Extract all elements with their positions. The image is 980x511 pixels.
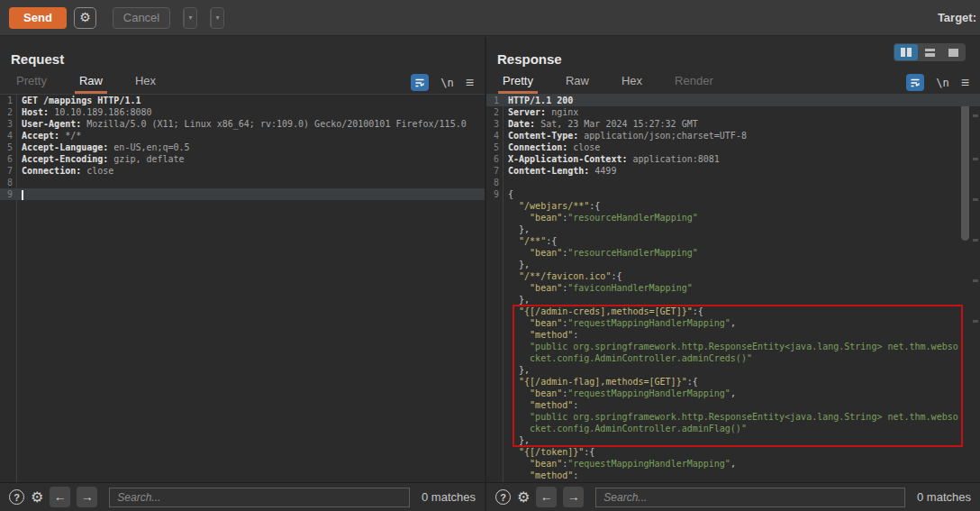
line-number: 7	[0, 165, 13, 177]
code-line: 9	[0, 188, 485, 200]
line-number: 8	[0, 177, 13, 188]
tab-raw[interactable]: Raw	[75, 74, 107, 94]
target-label: Target:	[938, 11, 976, 24]
next-request-dropdown-icon[interactable]: ▾	[211, 8, 223, 28]
wrap-toggle-icon[interactable]	[906, 74, 924, 91]
code-line: "bean":"requestMappingHandlerMapping",	[486, 388, 980, 399]
next-request-split-button: > ▾	[210, 7, 224, 29]
code-line: cket.config.AdminController.adminCreds()…	[486, 352, 980, 364]
line-number: 6	[0, 153, 13, 165]
code-line: 7Connection: close	[0, 165, 485, 177]
request-panel-title: Request	[11, 51, 64, 67]
layout-selector	[894, 43, 966, 61]
tab-hex[interactable]: Hex	[131, 74, 160, 94]
search-help-icon[interactable]: ?	[495, 489, 511, 505]
search-settings-icon[interactable]: ⚙	[517, 488, 530, 506]
code-line: "{[/token]}":{	[486, 446, 980, 458]
search-next-button[interactable]: →	[563, 487, 584, 507]
code-line: 6Accept-Encoding: gzip, deflate	[0, 153, 485, 165]
line-number: 2	[486, 106, 499, 118]
code-line: "method":	[486, 399, 980, 411]
code-line: "{[/admin-flag],methods=[GET]}":{	[486, 376, 980, 388]
line-number: 8	[486, 177, 499, 188]
code-line: "bean":"resourceHandlerMapping"	[486, 247, 980, 259]
code-line: 5Connection: close	[486, 141, 980, 153]
editor-menu-icon[interactable]: ≡	[961, 76, 969, 90]
code-line: cket.config.AdminController.adminFlag()"	[486, 423, 980, 434]
code-line: },	[486, 364, 980, 376]
request-editor[interactable]: 1GET /mappings HTTP/1.12Host: 10.10.189.…	[0, 95, 485, 482]
line-number: 6	[486, 153, 499, 165]
prev-request-split-button: < ▾	[183, 7, 197, 29]
line-number: 9	[0, 188, 13, 200]
send-settings-gear-icon[interactable]: ⚙	[74, 7, 96, 29]
send-button[interactable]: Send	[9, 7, 67, 29]
search-prev-button[interactable]: ←	[50, 487, 70, 507]
code-line: },	[486, 259, 980, 270]
search-settings-icon[interactable]: ⚙	[31, 488, 43, 506]
response-search-input[interactable]	[595, 488, 905, 507]
response-panel-title: Response	[497, 51, 562, 67]
wrap-toggle-icon[interactable]	[411, 74, 429, 91]
code-line: "bean":"requestMappingHandlerMapping",	[486, 317, 980, 329]
code-line: 6X-Application-Context: application:8081	[486, 153, 980, 165]
line-number: 7	[486, 165, 499, 177]
code-line: 3User-Agent: Mozilla/5.0 (X11; Linux x86…	[0, 118, 485, 130]
tab-raw[interactable]: Raw	[561, 74, 594, 94]
code-line: "{[/admin-creds],methods=[GET]}":{	[486, 306, 980, 317]
response-editor[interactable]: 1HTTP/1.1 2002Server: nginx3Date: Sat, 2…	[486, 95, 980, 482]
search-help-icon[interactable]: ?	[9, 489, 24, 505]
code-line: "/**":{	[486, 235, 980, 247]
line-number: 4	[486, 130, 499, 141]
code-line: "/webjars/**":{	[486, 200, 980, 212]
editor-menu-icon[interactable]: ≡	[466, 76, 474, 90]
line-number: 2	[0, 106, 13, 118]
tab-pretty[interactable]: Pretty	[12, 74, 51, 94]
code-line: },	[486, 224, 980, 235]
code-line: 5Accept-Language: en-US,en;q=0.5	[0, 141, 485, 153]
top-toolbar: Send ⚙ Cancel < ▾ > ▾ Target:	[0, 0, 980, 36]
prev-request-dropdown-icon[interactable]: ▾	[184, 8, 196, 28]
line-number: 1	[0, 95, 13, 106]
code-line: },	[486, 294, 980, 306]
code-line: "bean":"faviconHandlerMapping"	[486, 282, 980, 294]
code-line: "/**/favicon.ico":{	[486, 270, 980, 282]
tab-hex[interactable]: Hex	[617, 74, 647, 94]
code-line: "bean":"resourceHandlerMapping"	[486, 212, 980, 224]
code-line: 4Accept: */*	[0, 130, 485, 141]
request-search-input[interactable]	[109, 488, 410, 507]
response-match-count: 0 matches	[917, 490, 971, 504]
code-line: },	[486, 434, 980, 446]
code-line: "public org.springframework.http.Respons…	[486, 341, 980, 352]
request-panel: Request PrettyRawHex \n ≡ 1GET /mappings…	[0, 37, 486, 482]
request-search-bar: ? ⚙ ← → 0 matches	[0, 483, 486, 511]
code-line: 8	[0, 177, 485, 188]
code-line: 2Server: nginx	[486, 106, 980, 118]
code-line: 1GET /mappings HTTP/1.1	[0, 95, 485, 106]
code-line: 8	[486, 177, 980, 188]
line-number: 5	[486, 141, 499, 153]
response-search-bar: ? ⚙ ← → 0 matches	[486, 483, 980, 511]
line-number: 4	[0, 130, 13, 141]
layout-columns-button[interactable]	[894, 44, 918, 60]
tab-pretty[interactable]: Pretty	[498, 74, 538, 94]
request-match-count: 0 matches	[422, 490, 476, 504]
tab-render[interactable]: Render	[670, 74, 718, 94]
search-next-button[interactable]: →	[77, 487, 97, 507]
layout-rows-button[interactable]	[918, 44, 941, 60]
code-line: "bean":"requestMappingHandlerMapping",	[486, 458, 980, 470]
code-line: 9{	[486, 188, 980, 200]
response-editor-icons: \n ≡	[906, 74, 969, 91]
code-line: "public org.springframework.http.Respons…	[486, 411, 980, 423]
status-bar: ? ⚙ ← → 0 matches ? ⚙ ← → 0 matches	[0, 482, 980, 511]
code-line: 2Host: 10.10.189.186:8080	[0, 106, 485, 118]
show-newlines-icon[interactable]: \n	[440, 77, 453, 89]
cancel-button[interactable]: Cancel	[113, 7, 170, 29]
search-prev-button[interactable]: ←	[536, 487, 557, 507]
code-line: 3Date: Sat, 23 Mar 2024 15:27:32 GMT	[486, 118, 980, 130]
code-line: 7Content-Length: 4499	[486, 165, 980, 177]
code-line: 4Content-Type: application/json;charset=…	[486, 130, 980, 141]
response-panel: Response PrettyRawHexRender \n ≡ 1HTTP/1…	[486, 37, 980, 482]
show-newlines-icon[interactable]: \n	[936, 77, 948, 89]
layout-single-button[interactable]	[941, 44, 965, 60]
